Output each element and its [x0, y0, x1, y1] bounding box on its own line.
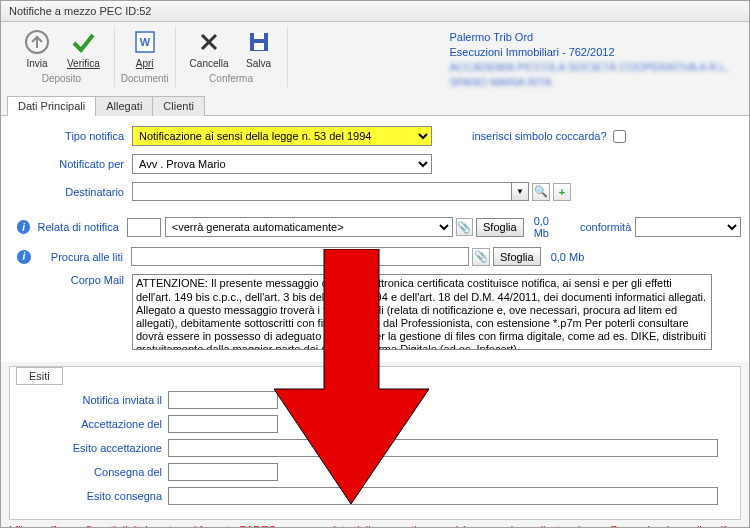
relata-label: Relata di notifica [34, 221, 126, 233]
attach-icon: 📎 [474, 250, 488, 263]
verifica-button[interactable]: Verifica [59, 26, 108, 71]
apri-button[interactable]: W Apri [123, 26, 167, 71]
notifica-inviata-input[interactable] [168, 391, 278, 409]
tab-esiti[interactable]: Esiti [16, 367, 63, 385]
esito-accettazione-input[interactable] [168, 439, 718, 457]
relata-size: 0,0 Mb [534, 215, 566, 239]
case-header: Palermo Trib Ord Esecuzioni Immobiliari … [437, 26, 741, 93]
svg-text:W: W [140, 36, 151, 48]
procura-label: Procura alle liti [35, 251, 131, 263]
svg-rect-4 [254, 33, 264, 39]
cancella-button[interactable]: Cancella [182, 26, 237, 71]
svg-rect-5 [254, 43, 264, 50]
tab-allegati[interactable]: Allegati [95, 96, 153, 116]
notificato-per-label: Notificato per [17, 158, 132, 170]
procura-attach-btn[interactable]: 📎 [472, 248, 490, 266]
case-line4: SPANO MARIA RITA [449, 75, 729, 90]
main-toolbar: Invia Verifica Deposito W Apri Documenti [1, 22, 749, 93]
procura-size: 0,0 Mb [551, 251, 585, 263]
attach-icon: 📎 [457, 221, 471, 234]
word-doc-icon: W [131, 28, 159, 56]
plus-icon: + [559, 186, 565, 198]
accettazione-del-input[interactable] [168, 415, 278, 433]
esito-consegna-label: Esito consegna [18, 490, 168, 502]
esito-accettazione-label: Esito accettazione [18, 442, 168, 454]
case-line2: Esecuzioni Immobiliari - 762/2012 [449, 45, 729, 60]
destinatario-label: Destinatario [17, 186, 132, 198]
send-icon [23, 28, 51, 56]
footer-warning: I files .pdf sono firmati digitalmente n… [1, 520, 749, 528]
relata-attach-btn[interactable]: 📎 [456, 218, 473, 236]
accettazione-del-label: Accettazione del [18, 418, 168, 430]
relata-sfoglia-btn[interactable]: Sfoglia [476, 218, 524, 237]
salva-button[interactable]: Salva [237, 26, 281, 71]
group-deposito-label: Deposito [42, 73, 81, 84]
info-icon: i [17, 220, 30, 234]
case-line3: ACCADEMIA PICCOLA SOCIETÀ COOPERATIVA A … [449, 60, 729, 75]
coccarda-checkbox[interactable] [613, 130, 626, 143]
corpo-mail-textarea[interactable]: ATTENZIONE: Il presente messaggio di pos… [132, 274, 712, 350]
add-dest-btn[interactable]: + [553, 183, 571, 201]
case-line1: Palermo Trib Ord [449, 30, 729, 45]
inserisci-simbolo-label: inserisci simbolo coccarda? [472, 127, 629, 146]
notificato-per-select[interactable]: Avv . Prova Mario [132, 154, 432, 174]
info-icon: i [17, 250, 31, 264]
procura-sfoglia-btn[interactable]: Sfoglia [493, 247, 541, 266]
procura-file-field[interactable] [131, 247, 469, 266]
tipo-notifica-select[interactable]: Notificazione ai sensi della legge n. 53… [132, 126, 432, 146]
invia-button[interactable]: Invia [15, 26, 59, 71]
relata-file-field[interactable] [127, 218, 161, 237]
search-dest-btn[interactable]: 🔍 [532, 183, 550, 201]
group-documenti-label: Documenti [121, 73, 169, 84]
check-icon [69, 28, 97, 56]
save-icon [245, 28, 273, 56]
group-conferma-label: Conferma [209, 73, 253, 84]
esito-consegna-input[interactable] [168, 487, 718, 505]
corpo-mail-label: Corpo Mail [17, 274, 132, 286]
consegna-del-input[interactable] [168, 463, 278, 481]
relata-select[interactable]: <verrà generata automaticamente> [165, 217, 453, 237]
destinatario-dropdown-btn[interactable]: ▼ [512, 182, 529, 201]
delete-icon [195, 28, 223, 56]
magnifier-icon: 🔍 [534, 185, 548, 198]
tab-dati-principali[interactable]: Dati Principali [7, 96, 96, 116]
tab-clienti[interactable]: Clienti [152, 96, 205, 116]
conformita-label: conformità [580, 221, 631, 233]
window-title: Notifiche a mezzo PEC ID:52 [1, 1, 749, 22]
tipo-notifica-label: Tipo notifica [17, 130, 132, 142]
destinatario-input[interactable] [132, 182, 512, 201]
notifica-inviata-label: Notifica inviata il [18, 394, 168, 406]
esiti-panel: Esiti Notifica inviata il Accettazione d… [9, 366, 741, 520]
conformita-select[interactable] [635, 217, 741, 237]
consegna-del-label: Consegna del [18, 466, 168, 478]
main-tabs: Dati Principali Allegati Clienti [1, 95, 749, 116]
